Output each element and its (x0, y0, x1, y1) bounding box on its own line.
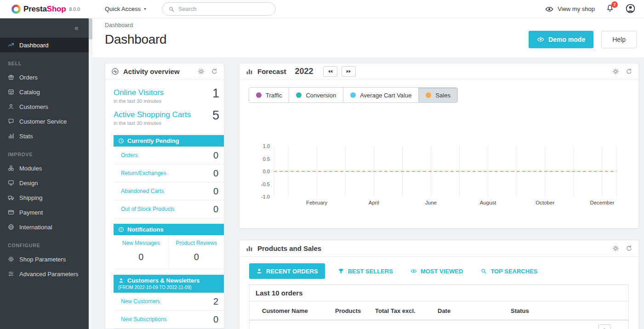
traffic-dot-icon (256, 92, 262, 98)
sidebar-item-design[interactable]: Design (0, 176, 89, 190)
forecast-prev-year-button[interactable] (323, 66, 337, 77)
new-customers-link[interactable]: New Customers (121, 298, 160, 305)
sidebar-item-orders[interactable]: Orders (0, 70, 89, 85)
svg-text:-1.0: -1.0 (261, 194, 270, 199)
pending-orders-link[interactable]: Orders (121, 152, 138, 159)
product-reviews-link[interactable]: Product Reviews (176, 240, 217, 246)
user-icon (8, 103, 14, 110)
sidebar-item-label: Customer Service (19, 118, 67, 125)
orders-table-header-row: Customer Name Products Total Tax excl. D… (250, 301, 628, 320)
activity-panel-title: Activity overview (123, 68, 180, 75)
tab-most-viewed-label: MOST VIEWED (421, 268, 463, 275)
sidebar-item-customer-service[interactable]: Customer Service (0, 114, 89, 129)
tab-top-searches[interactable]: TOP SEARCHES (476, 263, 542, 279)
last-10-orders-title: Last 10 orders (250, 285, 628, 301)
search-icon (168, 6, 175, 12)
demo-eye-icon (537, 36, 544, 43)
tab-recent-orders[interactable]: RECENT ORDERS (249, 263, 325, 279)
active-carts-caption: in the last 30 minutes (114, 120, 218, 126)
out-of-stock-link[interactable]: Out of Stock Products (121, 206, 175, 212)
person-icon (118, 278, 124, 284)
new-subscriptions-row[interactable]: New Subscriptions 0 (114, 311, 224, 329)
quick-access-label: Quick Access (105, 6, 141, 12)
svg-text:October: October (536, 200, 554, 205)
sidebar-item-modules[interactable]: Modules (0, 161, 89, 176)
new-customers-row[interactable]: New Customers 2 (114, 293, 224, 311)
online-visitors-value: 1 (212, 86, 219, 101)
pending-row-out-of-stock[interactable]: Out of Stock Products 0 (114, 200, 224, 218)
right-column: Forecast 2022 Traffic (239, 63, 639, 329)
table-row[interactable] (250, 320, 628, 329)
avatar-icon (625, 3, 636, 14)
sidebar-item-label: Shop Parameters (19, 256, 66, 263)
sidebar-item-dashboard[interactable]: Dashboard (0, 38, 89, 52)
search-input[interactable] (178, 6, 269, 12)
sidebar-item-international[interactable]: International (0, 220, 89, 234)
sidebar-item-label: Design (19, 180, 38, 187)
tab-traffic[interactable]: Traffic (249, 87, 289, 103)
stats-icon (8, 133, 14, 139)
view-my-shop-link[interactable]: View my shop (545, 5, 595, 13)
tab-sales[interactable]: Sales (418, 87, 458, 103)
active-carts-link[interactable]: Active Shopping Carts (114, 110, 191, 119)
demo-mode-button[interactable]: Demo mode (529, 31, 593, 48)
panel-settings-gear-icon[interactable] (612, 68, 619, 75)
sidebar-item-customers[interactable]: Customers (0, 99, 89, 114)
notifications-button[interactable]: 7 (606, 4, 614, 14)
sidebar-section-improve: IMPROVE (0, 152, 89, 157)
sidebar-item-payment[interactable]: Payment (0, 205, 89, 220)
search-box (162, 2, 276, 16)
products-sales-tabs: RECENT ORDERS BEST SELLERS MOST VIEWED (249, 263, 629, 279)
panel-refresh-icon[interactable] (626, 68, 633, 75)
forecast-panel-title: Forecast (257, 68, 286, 75)
notification-badge: 7 (611, 1, 618, 8)
prestashop-logo[interactable]: PrestaShop 8.0.0 (0, 5, 92, 14)
tab-most-viewed[interactable]: MOST VIEWED (406, 263, 467, 279)
dashboard-trend-icon (8, 42, 14, 48)
forecast-next-year-button[interactable] (342, 66, 356, 77)
user-avatar-button[interactable] (625, 3, 636, 15)
abandoned-carts-link[interactable]: Abandoned Carts (121, 188, 164, 194)
brand-text: PrestaShop (23, 5, 66, 14)
pending-returns-link[interactable]: Return/Exchanges (121, 170, 166, 176)
quick-access-dropdown[interactable]: Quick Access ▼ (105, 6, 147, 12)
sidebar-item-stats[interactable]: Stats (0, 129, 89, 143)
modules-icon (8, 165, 14, 171)
globe-icon (8, 224, 14, 230)
bar-chart-icon (245, 244, 253, 252)
new-subscriptions-link[interactable]: New Subscriptions (121, 316, 166, 323)
panel-settings-gear-icon[interactable] (612, 245, 619, 252)
help-button[interactable]: Help (601, 31, 637, 48)
pending-row-returns[interactable]: Return/Exchanges 0 (114, 164, 224, 182)
tab-best-sellers-label: BEST SELLERS (348, 268, 393, 275)
new-messages-value: 0 (115, 252, 167, 262)
panel-refresh-icon[interactable] (211, 68, 218, 75)
svg-text:0.0: 0.0 (263, 169, 270, 174)
forecast-panel: Forecast 2022 Traffic (239, 63, 639, 228)
sidebar-item-label: Customers (19, 103, 48, 110)
tab-average-cart-value[interactable]: Average Cart Value (343, 87, 419, 103)
sidebar-item-advanced-parameters[interactable]: Advanced Parameters (0, 267, 89, 281)
sidebar-item-catalog[interactable]: Catalog (0, 85, 89, 99)
pending-row-abandoned-carts[interactable]: Abandoned Carts 0 (114, 182, 224, 200)
online-visitors-link[interactable]: Online Visitors (114, 88, 164, 97)
pending-row-orders[interactable]: Orders 0 (114, 147, 224, 164)
sidebar: « Dashboard SELL Orders Catalog Customer… (0, 18, 89, 329)
sidebar-item-shop-parameters[interactable]: Shop Parameters (0, 252, 89, 267)
panel-refresh-icon[interactable] (626, 245, 633, 252)
forecast-chart: 1.00.50.0-0.5-1.0FebruaryAprilJuneAugust… (249, 142, 621, 207)
panel-settings-gear-icon[interactable] (198, 68, 205, 75)
sidebar-collapse-button[interactable]: « (0, 18, 89, 38)
svg-text:0.5: 0.5 (263, 156, 270, 162)
svg-text:April: April (369, 200, 379, 205)
sidebar-scrollbar-thumb[interactable] (89, 18, 92, 40)
new-messages-link[interactable]: New Messages (122, 240, 160, 246)
order-details-button[interactable] (598, 324, 611, 329)
forecast-year: 2022 (295, 67, 313, 76)
sidebar-item-shipping[interactable]: Shipping (0, 190, 89, 205)
tab-best-sellers[interactable]: BEST SELLERS (333, 263, 398, 279)
sidebar-scrollbar[interactable] (89, 18, 92, 329)
svg-text:June: June (425, 200, 437, 205)
tab-conversion[interactable]: Conversion (289, 87, 343, 103)
col-products: Products (331, 301, 371, 320)
